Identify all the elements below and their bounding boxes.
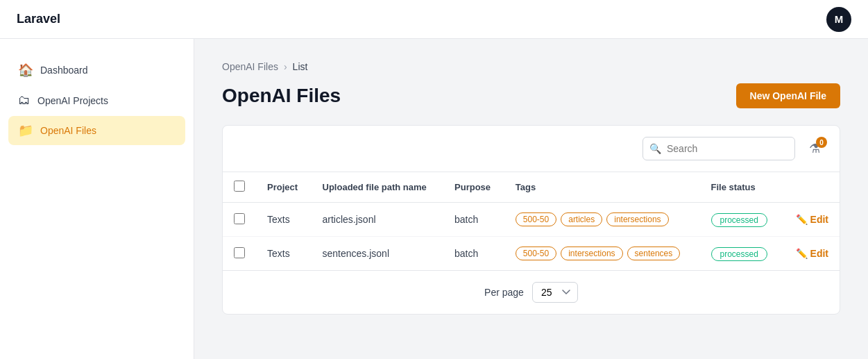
table-footer: Per page 102550100: [223, 270, 840, 314]
page-title: OpenAI Files: [222, 85, 341, 107]
sidebar-item-openai-projects[interactable]: 🗂 OpenAI Projects: [8, 86, 185, 115]
cell-purpose: batch: [443, 237, 504, 271]
cell-project: Texts: [256, 203, 312, 237]
cell-filename: sentences.jsonl: [312, 237, 444, 271]
tag: 500-50: [516, 247, 556, 260]
cell-status: processed: [700, 237, 783, 271]
sidebar: 🏠 Dashboard🗂 OpenAI Projects📁 OpenAI Fil…: [0, 39, 194, 359]
table-body: Texts articles.jsonl batch 500-50article…: [223, 203, 840, 271]
status-badge: processed: [711, 247, 767, 261]
tag: articles: [561, 212, 602, 226]
breadcrumb: OpenAI Files › List: [222, 61, 840, 72]
search-input[interactable]: [643, 137, 795, 160]
col-status: File status: [700, 172, 783, 203]
per-page-label: Per page: [484, 287, 524, 298]
files-table-card: 🔍 ⚗ 0 Project Uploaded file path name Pu…: [222, 125, 840, 315]
table-row: Texts sentences.jsonl batch 500-50inters…: [223, 237, 840, 271]
avatar[interactable]: M: [826, 7, 851, 32]
sidebar-item-openai-files[interactable]: 📁 OpenAI Files: [8, 116, 185, 145]
row-checkbox-0[interactable]: [234, 213, 245, 224]
cell-project: Texts: [256, 237, 312, 271]
status-badge: processed: [711, 213, 767, 227]
col-purpose: Purpose: [443, 172, 504, 203]
per-page-select[interactable]: 102550100: [532, 282, 578, 303]
cell-tags: 500-50articlesintersections: [504, 203, 700, 237]
tag: 500-50: [516, 212, 556, 226]
files-table: Project Uploaded file path name Purpose …: [223, 172, 840, 270]
tag: intersections: [606, 212, 668, 226]
openai-projects-icon: 🗂: [18, 93, 31, 108]
dashboard-icon: 🏠: [18, 62, 33, 78]
app-layout: 🏠 Dashboard🗂 OpenAI Projects📁 OpenAI Fil…: [0, 39, 868, 359]
filter-badge: 0: [816, 137, 827, 148]
col-tags: Tags: [504, 172, 700, 203]
sidebar-item-label: Dashboard: [40, 65, 88, 76]
search-wrap: 🔍: [643, 137, 795, 160]
edit-button-1[interactable]: ✏️ Edit: [796, 248, 828, 259]
breadcrumb-parent[interactable]: OpenAI Files: [222, 61, 278, 72]
table-row: Texts articles.jsonl batch 500-50article…: [223, 203, 840, 237]
cell-status: processed: [700, 203, 783, 237]
breadcrumb-separator: ›: [284, 61, 287, 72]
new-openai-file-button[interactable]: New OpenAI File: [736, 83, 840, 108]
select-all-checkbox[interactable]: [234, 181, 245, 192]
tag: intersections: [561, 247, 622, 260]
cell-purpose: batch: [443, 203, 504, 237]
table-toolbar: 🔍 ⚗ 0: [223, 126, 840, 172]
sidebar-item-dashboard[interactable]: 🏠 Dashboard: [8, 56, 185, 85]
edit-button-0[interactable]: ✏️ Edit: [796, 214, 828, 225]
sidebar-item-label: OpenAI Projects: [37, 95, 108, 106]
top-navigation: Laravel M: [0, 0, 868, 39]
sidebar-item-label: OpenAI Files: [40, 125, 96, 136]
openai-files-icon: 📁: [18, 123, 33, 138]
cell-tags: 500-50intersectionssentences: [504, 237, 700, 271]
row-checkbox-1[interactable]: [234, 247, 245, 258]
page-header: OpenAI Files New OpenAI File: [222, 83, 840, 108]
app-brand: Laravel: [17, 12, 60, 26]
tag: sentences: [627, 247, 681, 260]
main-content: OpenAI Files › List OpenAI Files New Ope…: [194, 39, 868, 359]
col-project: Project: [256, 172, 312, 203]
table-header: Project Uploaded file path name Purpose …: [223, 172, 840, 203]
filter-button[interactable]: ⚗ 0: [803, 138, 826, 159]
cell-filename: articles.jsonl: [312, 203, 444, 237]
breadcrumb-current: List: [293, 61, 308, 72]
col-filename: Uploaded file path name: [312, 172, 444, 203]
search-icon: 🔍: [649, 143, 661, 154]
